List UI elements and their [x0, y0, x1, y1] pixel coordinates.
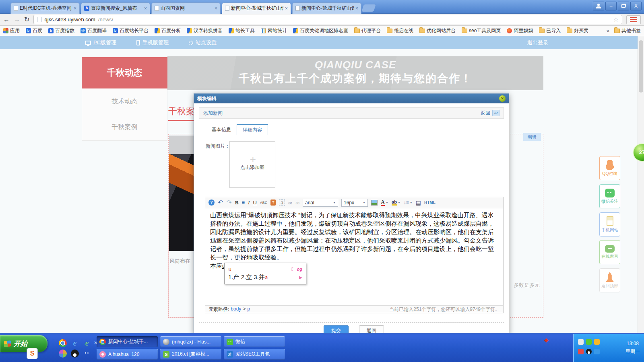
- logout-link[interactable]: 退出登录: [527, 39, 548, 46]
- redo-icon[interactable]: ↷: [226, 199, 231, 206]
- pinwheel-quicklaunch-icon[interactable]: [59, 350, 67, 358]
- modal-close-icon[interactable]: ×: [499, 95, 506, 102]
- sidebar-item-tech-news[interactable]: 技术动态: [82, 97, 167, 106]
- modal-back-link[interactable]: 返回 ↩: [481, 110, 500, 117]
- browser-tab-3[interactable]: 山西国资网 ×: [151, 2, 221, 14]
- taskbar-button-aizhan-seo[interactable]: 爱 爱站SEO工具包: [224, 349, 285, 360]
- minimize-button[interactable]: –: [605, 2, 617, 10]
- bookmark-webmaster-tools[interactable]: 站长工具: [229, 27, 255, 34]
- browser-quicklaunch-icon[interactable]: e: [83, 339, 91, 347]
- browser-tab-1[interactable]: E时代IDC主机-香港空间, ×: [10, 2, 80, 14]
- bookmark-baidu[interactable]: b百度: [26, 27, 42, 34]
- restore-button[interactable]: [618, 2, 629, 10]
- bookmark-folder-daili[interactable]: 代理平台: [354, 27, 381, 34]
- tray-icon[interactable]: [586, 339, 592, 345]
- path-body-link[interactable]: body: [231, 306, 241, 313]
- tray-icon[interactable]: [578, 339, 584, 345]
- ime-next-page-icon[interactable]: ▶: [299, 275, 302, 280]
- other-bookmarks[interactable]: 其他书签: [614, 27, 641, 34]
- edit-region-button[interactable]: 编辑: [523, 133, 541, 141]
- undo-icon[interactable]: ↶: [218, 199, 223, 206]
- tab-close-icon[interactable]: ×: [355, 6, 358, 11]
- browser-tab-5[interactable]: 新闻中心-盐城千秋矿山设 ×: [292, 2, 361, 14]
- new-tab-button[interactable]: [361, 4, 376, 12]
- scrollbar-thumb[interactable]: [639, 40, 643, 93]
- bookmark-baidu-zhanzhang[interactable]: b百度站长平台: [113, 27, 149, 34]
- sogou-ime-icon[interactable]: S: [27, 348, 38, 359]
- forward-icon[interactable]: →: [14, 16, 20, 23]
- back-icon[interactable]: ←: [3, 16, 10, 23]
- bookmark-pinyin[interactable]: 汉字转换拼音: [187, 27, 223, 34]
- highlight-color-button[interactable]: ab ▼: [392, 200, 400, 206]
- taskbar-red-app-icon[interactable]: ◆: [544, 337, 549, 343]
- tray-icon[interactable]: [594, 349, 600, 354]
- italic-button[interactable]: I: [248, 200, 250, 206]
- taskbar-button-flash[interactable]: (mhqcfzx) - Flas...: [160, 336, 221, 347]
- add-image-dropzone[interactable]: + 点击添加图: [229, 141, 275, 188]
- float-online-message-button[interactable]: 在线留言: [599, 240, 620, 264]
- bookmark-folder-youhua[interactable]: 优化网站后台: [419, 27, 456, 34]
- font-family-select[interactable]: arial ▼: [303, 199, 338, 207]
- admin-mobile-manage-link[interactable]: 手机版管理: [136, 39, 169, 46]
- tray-icon[interactable]: [594, 339, 600, 345]
- insert-link-icon[interactable]: ∞: [288, 200, 292, 206]
- ime-tool-icon[interactable]: og: [297, 267, 302, 272]
- taskbar-button-wechat[interactable]: 微信: [224, 336, 285, 347]
- paste-as-text-icon[interactable]: T: [270, 200, 276, 206]
- bookmark-folder-seo[interactable]: seo工具及网页: [462, 27, 501, 34]
- strikethrough-button[interactable]: ABC: [260, 201, 268, 205]
- start-button[interactable]: 开始: [0, 335, 47, 352]
- taskbar-clock[interactable]: 13:08 星期一: [625, 340, 640, 355]
- admin-site-settings-link[interactable]: 站点设置: [189, 39, 217, 46]
- bookmark-star-icon[interactable]: ☆: [613, 16, 619, 23]
- admin-pc-manage-link[interactable]: PC版管理: [85, 39, 116, 46]
- print-icon[interactable]: ▤: [416, 200, 421, 206]
- bookmarks-overflow-chevron[interactable]: »: [607, 28, 609, 34]
- underline-button[interactable]: U: [253, 200, 256, 206]
- tab-close-icon[interactable]: ×: [74, 6, 76, 11]
- float-mobile-site-button[interactable]: 手机网站: [599, 212, 620, 237]
- line-spacing-button[interactable]: ↕≡ ▼: [404, 200, 413, 206]
- justify-icon[interactable]: ≡: [242, 200, 245, 206]
- tray-icon[interactable]: [578, 349, 584, 354]
- bookmark-folder-imported[interactable]: 已导入: [539, 27, 561, 34]
- taskbar-button-huahua[interactable]: A huahua_120: [97, 349, 158, 360]
- path-p-link[interactable]: p: [247, 306, 250, 313]
- tab-detail-content[interactable]: 详细内容: [237, 124, 268, 135]
- float-back-to-top-button[interactable]: 返回顶部: [599, 268, 620, 292]
- tab-close-icon[interactable]: ×: [144, 6, 147, 11]
- browser-tab-4-active[interactable]: 新闻中心-盐城千秋矿山设 ×: [222, 2, 291, 14]
- taskbar-button-2016et[interactable]: S 2016.et [兼容模...: [160, 349, 221, 360]
- html-source-button[interactable]: HTML: [424, 200, 436, 205]
- sidebar-item-qianqiu-cases[interactable]: 千秋案例: [82, 123, 167, 132]
- tab-close-icon[interactable]: ×: [285, 6, 288, 11]
- ime-moon-icon[interactable]: ☾: [291, 266, 295, 272]
- bookmark-folder-haomaimai[interactable]: 好买卖: [567, 27, 588, 34]
- float-wechat-follow-button[interactable]: 微信关注: [599, 184, 620, 208]
- browser-tab-2[interactable]: b 百度新闻搜索_风筒布 ×: [81, 2, 150, 14]
- font-size-select[interactable]: 16px ▼: [341, 199, 368, 207]
- help-icon[interactable]: ?: [208, 200, 215, 206]
- qq-quicklaunch-icon[interactable]: [71, 350, 79, 358]
- qq-tray-icon[interactable]: [586, 349, 592, 354]
- taskbar-button-news-center[interactable]: 新闻中心-盐城千...: [97, 336, 158, 347]
- bold-button[interactable]: B: [235, 200, 239, 206]
- insert-image-icon[interactable]: [371, 200, 378, 206]
- bookmark-apps[interactable]: 应用: [3, 27, 20, 34]
- ime-candidates[interactable]: 1.产 2.立 3.并: [228, 274, 265, 281]
- ie-quicklaunch-icon[interactable]: e: [71, 339, 79, 347]
- profile-button[interactable]: [593, 2, 604, 10]
- bookmark-baidu-translate[interactable]: 译百度翻译: [80, 27, 107, 34]
- bookmark-keyword-rank[interactable]: 百度关键词地区排名查: [293, 27, 348, 34]
- tab-basic-info[interactable]: 基本信息: [206, 124, 237, 135]
- remove-link-icon[interactable]: ∞: [295, 200, 299, 206]
- browser-menu-button[interactable]: [626, 15, 641, 24]
- bookmark-alimama[interactable]: 阿里妈妈: [507, 27, 533, 34]
- bookmark-baidu-analytics[interactable]: 百度分析: [155, 27, 181, 34]
- chrome-quicklaunch-icon[interactable]: [59, 339, 67, 347]
- bookmark-folder-weiqi[interactable]: 维启在线: [387, 27, 413, 34]
- special-char-button[interactable]: a: [279, 200, 285, 206]
- close-window-button[interactable]: X: [630, 2, 642, 10]
- page-scrollbar[interactable]: [638, 36, 644, 333]
- bookmark-site-stats[interactable]: 网站统计: [261, 27, 287, 34]
